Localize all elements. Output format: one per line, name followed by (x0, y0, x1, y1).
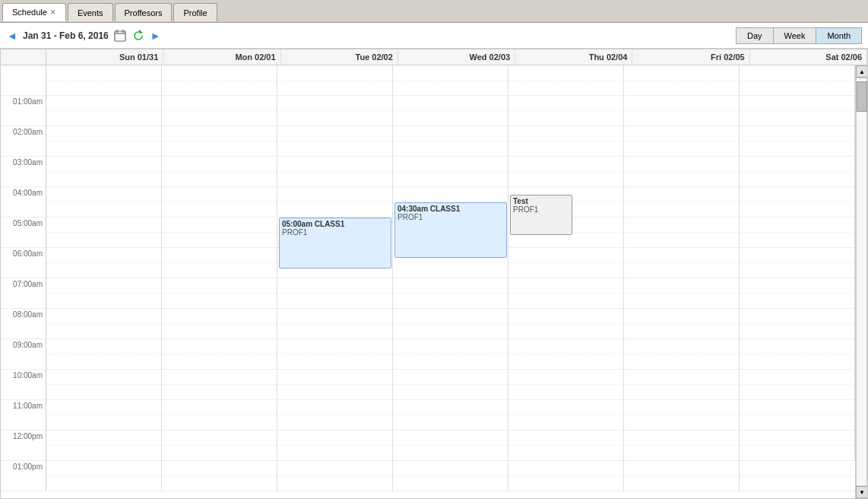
time-cell-1-6[interactable] (624, 96, 740, 126)
time-cell-7-4[interactable] (393, 278, 508, 309)
time-cell-7-2[interactable] (162, 278, 277, 309)
time-cell-7-3[interactable] (277, 278, 393, 309)
time-cell-6-1[interactable] (46, 248, 162, 278)
time-cell-0-5[interactable] (508, 65, 624, 96)
view-week-button[interactable]: Week (773, 27, 817, 44)
time-cell-8-7[interactable] (740, 309, 855, 339)
time-cell-11-4[interactable] (393, 400, 508, 431)
time-cell-10-1[interactable] (46, 370, 162, 400)
time-cell-0-3[interactable] (277, 65, 393, 96)
time-cell-2-7[interactable] (740, 126, 855, 157)
time-cell-3-5[interactable] (508, 157, 624, 187)
tab-proffesors[interactable]: Proffesors (115, 3, 173, 21)
time-cell-7-5[interactable] (508, 278, 624, 309)
time-cell-11-5[interactable] (508, 400, 624, 431)
time-cell-13-7[interactable] (740, 461, 855, 491)
time-cell-8-5[interactable] (508, 309, 624, 339)
time-cell-9-4[interactable] (393, 339, 508, 370)
time-cell-13-1[interactable] (46, 461, 162, 491)
time-cell-1-3[interactable] (277, 96, 393, 126)
time-cell-2-5[interactable] (508, 126, 624, 157)
time-cell-13-3[interactable] (277, 461, 393, 491)
time-cell-8-3[interactable] (277, 309, 393, 339)
calendar-scroll[interactable]: 01:00am02:00am03:00am04:00am05:00am06:00… (1, 65, 855, 498)
time-cell-3-2[interactable] (162, 157, 277, 187)
calendar-icon[interactable] (113, 29, 127, 43)
tab-events[interactable]: Events (68, 3, 113, 21)
tab-profile[interactable]: Profile (173, 3, 217, 21)
prev-arrow[interactable]: ◄ (6, 30, 18, 42)
time-cell-7-7[interactable] (740, 278, 855, 309)
time-cell-4-3[interactable] (277, 187, 393, 218)
time-cell-5-7[interactable] (740, 218, 855, 248)
time-cell-11-6[interactable] (624, 400, 740, 431)
time-cell-12-2[interactable] (162, 431, 277, 461)
time-cell-2-2[interactable] (162, 126, 277, 157)
next-arrow[interactable]: ► (150, 30, 162, 42)
time-cell-13-2[interactable] (162, 461, 277, 491)
time-cell-9-1[interactable] (46, 339, 162, 370)
time-cell-12-5[interactable] (508, 431, 624, 461)
time-cell-1-5[interactable] (508, 96, 624, 126)
time-cell-9-6[interactable] (624, 339, 740, 370)
time-cell-5-1[interactable] (46, 218, 162, 248)
tab-schedule-close[interactable]: ✕ (50, 8, 56, 16)
time-cell-9-2[interactable] (162, 339, 277, 370)
time-cell-10-3[interactable] (277, 370, 393, 400)
scroll-up-button[interactable]: ▲ (856, 65, 867, 78)
scroll-down-button[interactable]: ▼ (856, 486, 867, 498)
time-cell-4-7[interactable] (740, 187, 855, 218)
event-evt1[interactable]: 05:00am CLASS1PROF1 (279, 218, 391, 269)
time-cell-13-6[interactable] (624, 461, 740, 491)
time-cell-12-4[interactable] (393, 431, 508, 461)
time-cell-11-3[interactable] (277, 400, 393, 431)
event-evt3[interactable]: TestPROF1 (510, 195, 572, 235)
refresh-icon[interactable] (131, 29, 145, 43)
time-cell-6-7[interactable] (740, 248, 855, 278)
time-cell-12-6[interactable] (624, 431, 740, 461)
time-cell-13-5[interactable] (508, 461, 624, 491)
time-cell-10-2[interactable] (162, 370, 277, 400)
time-cell-11-1[interactable] (46, 400, 162, 431)
time-cell-0-6[interactable] (624, 65, 740, 96)
time-cell-2-3[interactable] (277, 126, 393, 157)
time-cell-12-1[interactable] (46, 431, 162, 461)
time-cell-8-6[interactable] (624, 309, 740, 339)
time-cell-2-4[interactable] (393, 126, 508, 157)
tab-schedule[interactable]: Schedule ✕ (2, 3, 66, 21)
time-cell-0-2[interactable] (162, 65, 277, 96)
time-cell-7-6[interactable] (624, 278, 740, 309)
time-cell-4-2[interactable] (162, 187, 277, 218)
time-cell-10-7[interactable] (740, 370, 855, 400)
time-cell-2-1[interactable] (46, 126, 162, 157)
event-evt2[interactable]: 04:30am CLASS1PROF1 (394, 202, 507, 258)
time-cell-5-2[interactable] (162, 218, 277, 248)
scrollbar-thumb[interactable] (857, 81, 867, 112)
time-cell-10-5[interactable] (508, 370, 624, 400)
time-cell-8-2[interactable] (162, 309, 277, 339)
time-cell-12-3[interactable] (277, 431, 393, 461)
time-cell-1-4[interactable] (393, 96, 508, 126)
time-cell-9-7[interactable] (740, 339, 855, 370)
time-cell-11-7[interactable] (740, 400, 855, 431)
time-cell-8-4[interactable] (393, 309, 508, 339)
time-cell-7-1[interactable] (46, 278, 162, 309)
time-cell-2-6[interactable] (624, 126, 740, 157)
time-cell-13-4[interactable] (393, 461, 508, 491)
time-cell-0-1[interactable] (46, 65, 162, 96)
time-cell-10-6[interactable] (624, 370, 740, 400)
time-cell-3-1[interactable] (46, 157, 162, 187)
time-cell-6-5[interactable] (508, 248, 624, 278)
time-cell-6-2[interactable] (162, 248, 277, 278)
time-cell-12-7[interactable] (740, 431, 855, 461)
time-cell-4-1[interactable] (46, 187, 162, 218)
time-cell-9-3[interactable] (277, 339, 393, 370)
time-cell-3-3[interactable] (277, 157, 393, 187)
time-cell-9-5[interactable] (508, 339, 624, 370)
time-cell-0-7[interactable] (740, 65, 855, 96)
time-cell-3-7[interactable] (740, 157, 855, 187)
time-cell-11-2[interactable] (162, 400, 277, 431)
time-cell-1-7[interactable] (740, 96, 855, 126)
time-cell-1-1[interactable] (46, 96, 162, 126)
time-cell-5-6[interactable] (624, 218, 740, 248)
